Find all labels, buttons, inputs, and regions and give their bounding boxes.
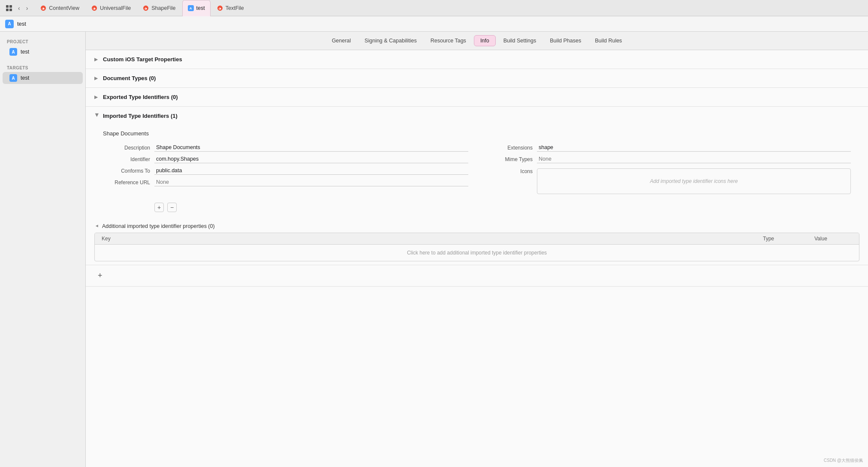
section-imported-type-label: Imported Type Identifiers (1): [103, 113, 178, 119]
icons-drop-zone[interactable]: Add imported type identifier icons here: [537, 168, 851, 194]
tab-bar-nav: ‹ ›: [15, 3, 30, 13]
project-title: test: [17, 21, 26, 27]
section-exported-type-label: Exported Type Identifiers (0): [103, 94, 178, 100]
sidebar-item-target[interactable]: A test: [3, 72, 83, 84]
svg-rect-0: [6, 5, 9, 8]
tab-resource-tags[interactable]: Resource Tags: [425, 36, 472, 46]
tab-contentview[interactable]: ContentView: [35, 0, 85, 16]
conforms-to-input[interactable]: [154, 167, 468, 175]
exported-type-chevron: ▶: [94, 95, 99, 99]
conforms-to-label: Conforms To: [103, 168, 150, 174]
extensions-label: Extensions: [485, 145, 533, 151]
additional-props: ▼ Additional imported type identifier pr…: [94, 220, 859, 261]
props-table: Key Type Value Click here to add additio…: [94, 233, 859, 261]
bottom-add-button[interactable]: +: [94, 270, 106, 281]
form-row-identifier: Identifier: [103, 155, 468, 163]
section-custom-ios-header[interactable]: ▶ Custom iOS Target Properties: [86, 50, 868, 69]
custom-ios-chevron: ▶: [94, 57, 99, 62]
tab-info[interactable]: Info: [474, 35, 496, 46]
tab-shapefile-label: ShapeFile: [151, 5, 175, 11]
section-exported-type-header[interactable]: ▶ Exported Type Identifiers (0): [86, 88, 868, 106]
form-row-reference-url: Reference URL: [103, 178, 468, 186]
col-type: Type: [756, 233, 808, 244]
tab-textfile[interactable]: TextFile: [211, 0, 250, 16]
test-icon: A: [188, 5, 194, 11]
description-input[interactable]: [154, 144, 468, 152]
props-table-empty[interactable]: Click here to add additional imported ty…: [95, 245, 859, 261]
section-custom-ios-label: Custom iOS Target Properties: [103, 56, 182, 63]
target-item-icon: A: [9, 74, 17, 82]
section-document-types: ▶ Document Types (0): [86, 69, 868, 88]
tab-test-label: test: [196, 5, 205, 11]
form-row-description: Description: [103, 144, 468, 152]
section-document-types-label: Document Types (0): [103, 75, 156, 81]
tab-build-rules[interactable]: Build Rules: [589, 36, 628, 46]
bottom-add-row: +: [86, 265, 868, 286]
tab-test[interactable]: A test: [182, 0, 211, 16]
form-row-icons: Icons Add imported type identifier icons…: [485, 167, 851, 194]
document-types-chevron: ▶: [94, 76, 99, 81]
sidebar-item-target-label: test: [21, 75, 29, 81]
extensions-input[interactable]: [537, 144, 851, 152]
svg-rect-1: [9, 5, 12, 8]
identifier-input[interactable]: [154, 155, 468, 163]
description-label: Description: [103, 145, 150, 151]
section-imported-type: ▶ Imported Type Identifiers (1) Shape Do…: [86, 107, 868, 287]
imported-type-chevron: ▶: [95, 114, 99, 119]
svg-rect-3: [9, 9, 12, 11]
tab-universalfile[interactable]: UniversalFile: [86, 0, 136, 16]
remove-identifier-button[interactable]: −: [167, 203, 177, 212]
project-title-bar: A test: [0, 16, 868, 32]
mime-types-label: Mime Types: [485, 156, 533, 162]
reference-url-label: Reference URL: [103, 180, 150, 186]
form-row-mime-types: Mime Types: [485, 155, 851, 163]
forward-button[interactable]: ›: [24, 3, 31, 13]
section-imported-type-header[interactable]: ▶ Imported Type Identifiers (1): [86, 107, 868, 125]
tab-build-phases[interactable]: Build Phases: [544, 36, 587, 46]
section-document-types-header[interactable]: ▶ Document Types (0): [86, 69, 868, 87]
additional-props-header[interactable]: ▼ Additional imported type identifier pr…: [94, 220, 859, 233]
identifier-label: Identifier: [103, 156, 150, 162]
add-remove-row: + −: [86, 198, 868, 216]
type-doc-title: Shape Documents: [86, 125, 868, 144]
sidebar-item-project-label: test: [21, 49, 29, 55]
toolbar-tabs: General Signing & Capabilities Resource …: [86, 32, 868, 50]
reference-url-input[interactable]: [154, 178, 468, 186]
section-custom-ios: ▶ Custom iOS Target Properties: [86, 50, 868, 69]
sidebar: PROJECT A test TARGETS A test: [0, 32, 86, 467]
col-key: Key: [95, 233, 756, 244]
tab-universalfile-label: UniversalFile: [100, 5, 131, 11]
icons-label: Icons: [485, 168, 533, 174]
svg-rect-2: [6, 9, 9, 11]
content-area: General Signing & Capabilities Resource …: [86, 32, 868, 467]
back-button[interactable]: ‹: [15, 3, 23, 13]
add-identifier-button[interactable]: +: [154, 203, 164, 212]
tab-contentview-label: ContentView: [49, 5, 79, 11]
tab-bar: ‹ › ContentView UniversalFile ShapeFile …: [0, 0, 868, 16]
grid-view-icon[interactable]: [3, 3, 15, 14]
tab-signing[interactable]: Signing & Capabilities: [359, 36, 423, 46]
tab-general[interactable]: General: [326, 36, 357, 46]
section-exported-type: ▶ Exported Type Identifiers (0): [86, 88, 868, 107]
sidebar-divider: [0, 58, 85, 63]
mime-types-input[interactable]: [537, 155, 851, 163]
project-section-label: PROJECT: [0, 37, 85, 46]
form-right: Extensions Mime Types Icons: [477, 144, 859, 198]
main-layout: PROJECT A test TARGETS A test General Si…: [0, 32, 868, 467]
icons-placeholder: Add imported type identifier icons here: [650, 178, 738, 184]
footer-attribution: CSDN @大熊猫侯佩: [824, 458, 863, 464]
form-area: Description Identifier Conforms To: [86, 144, 868, 198]
tab-build-settings[interactable]: Build Settings: [497, 36, 542, 46]
props-table-header: Key Type Value: [95, 233, 859, 245]
form-row-conforms-to: Conforms To: [103, 167, 468, 175]
scrollable-content[interactable]: ▶ Custom iOS Target Properties ▶ Documen…: [86, 50, 868, 467]
project-item-icon: A: [9, 48, 17, 56]
tab-shapefile[interactable]: ShapeFile: [137, 0, 181, 16]
targets-section-label: TARGETS: [0, 63, 85, 72]
tab-textfile-label: TextFile: [226, 5, 244, 11]
form-row-extensions: Extensions: [485, 144, 851, 152]
project-icon: A: [5, 20, 14, 28]
additional-props-chevron: ▼: [95, 224, 99, 229]
sidebar-item-project[interactable]: A test: [3, 46, 83, 58]
col-value: Value: [808, 233, 859, 244]
